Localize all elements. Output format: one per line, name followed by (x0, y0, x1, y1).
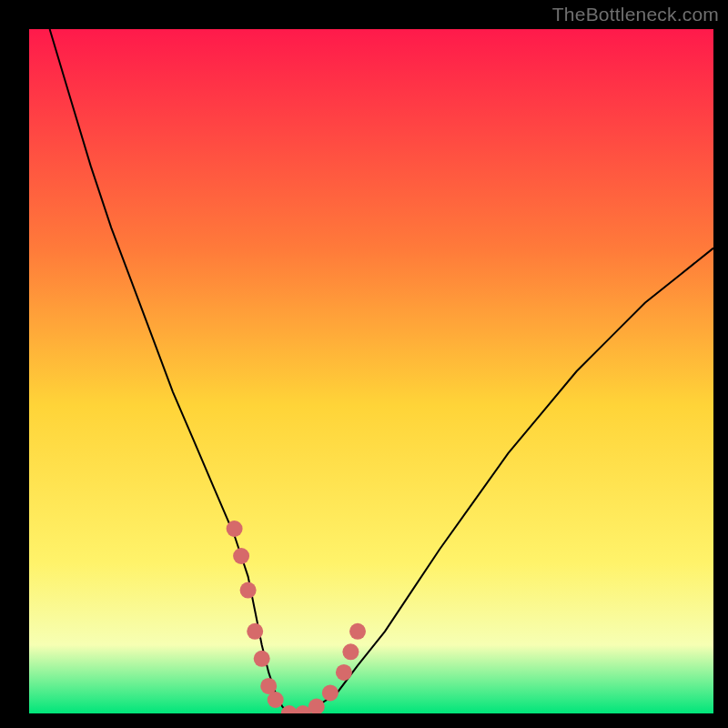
curve-marker (322, 684, 339, 701)
curve-marker (247, 623, 263, 640)
chart-plot-area (29, 29, 713, 713)
curve-marker (268, 692, 284, 708)
curve-marker (349, 623, 366, 640)
curve-marker (240, 582, 257, 599)
curve-marker (227, 521, 243, 537)
curve-marker (336, 664, 352, 681)
curve-marker (254, 651, 270, 667)
chart-svg (29, 29, 713, 713)
gradient-background (29, 29, 713, 713)
curve-marker (233, 548, 249, 564)
watermark-text: TheBottleneck.com (552, 4, 719, 25)
chart-frame: TheBottleneck.com (0, 0, 728, 728)
curve-marker (342, 643, 359, 660)
